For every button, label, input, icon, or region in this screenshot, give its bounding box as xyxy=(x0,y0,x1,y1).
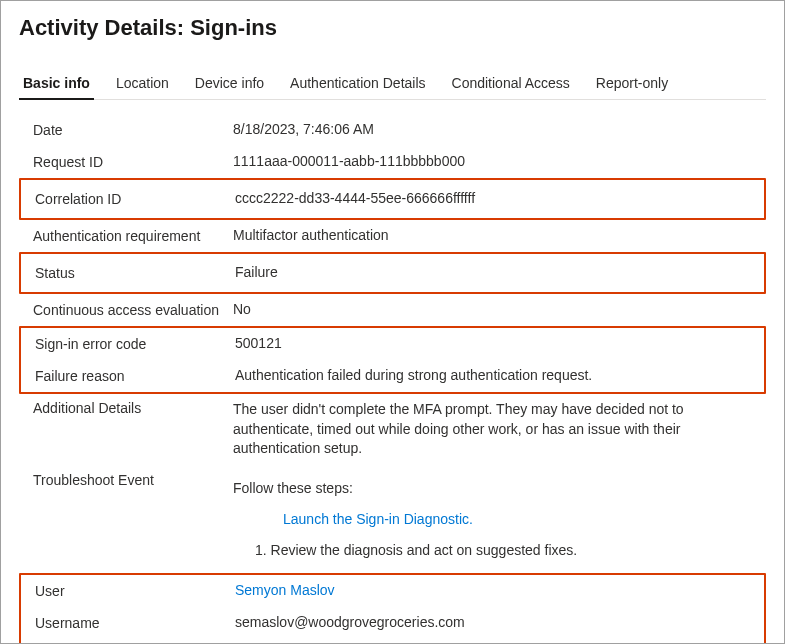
page-title: Activity Details: Sign-ins xyxy=(19,15,766,41)
row-auth-requirement: Authentication requirement Multifactor a… xyxy=(19,220,766,252)
row-continuous-access-evaluation: Continuous access evaluation No xyxy=(19,294,766,326)
label-additional-details: Additional Details xyxy=(33,400,233,416)
tab-bar: Basic info Location Device info Authenti… xyxy=(19,69,766,100)
troubleshoot-step-1: 1. Review the diagnosis and act on sugge… xyxy=(233,540,760,561)
troubleshoot-intro: Follow these steps: xyxy=(233,478,760,499)
value-cae: No xyxy=(233,300,760,320)
details-list: Date 8/18/2023, 7:46:06 AM Request ID 11… xyxy=(19,114,766,644)
label-cae: Continuous access evaluation xyxy=(33,302,233,318)
tab-location[interactable]: Location xyxy=(112,69,173,99)
label-status: Status xyxy=(35,265,235,281)
row-status: Status Failure xyxy=(19,252,766,294)
row-request-id: Request ID 1111aaa-000011-aabb-111bbbbb0… xyxy=(19,146,766,178)
value-request-id: 1111aaa-000011-aabb-111bbbbb000 xyxy=(233,152,760,172)
value-username: semaslov@woodgrovegroceries.com xyxy=(235,613,758,633)
label-failure-reason: Failure reason xyxy=(35,368,235,384)
row-error-and-failure: Sign-in error code 500121 Failure reason… xyxy=(19,326,766,394)
label-error-code: Sign-in error code xyxy=(35,336,235,352)
label-user: User xyxy=(35,583,235,599)
label-auth-requirement: Authentication requirement xyxy=(33,228,233,244)
tab-device-info[interactable]: Device info xyxy=(191,69,268,99)
value-status: Failure xyxy=(235,263,758,283)
value-date: 8/18/2023, 7:46:06 AM xyxy=(233,120,760,140)
label-username: Username xyxy=(35,615,235,631)
troubleshoot-content: Follow these steps: Launch the Sign-in D… xyxy=(233,472,760,567)
tab-basic-info[interactable]: Basic info xyxy=(19,69,94,99)
value-auth-requirement: Multifactor authentication xyxy=(233,226,760,246)
value-failure-reason: Authentication failed during strong auth… xyxy=(235,366,758,386)
tab-conditional-access[interactable]: Conditional Access xyxy=(448,69,574,99)
value-correlation-id: cccc2222-dd33-4444-55ee-666666ffffff xyxy=(235,189,758,209)
row-additional-details: Additional Details The user didn't compl… xyxy=(19,394,766,465)
value-user-link[interactable]: Semyon Maslov xyxy=(235,581,758,601)
tab-report-only[interactable]: Report-only xyxy=(592,69,672,99)
label-request-id: Request ID xyxy=(33,154,233,170)
row-correlation-id: Correlation ID cccc2222-dd33-4444-55ee-6… xyxy=(19,178,766,220)
value-additional-details: The user didn't complete the MFA prompt.… xyxy=(233,400,760,459)
row-date: Date 8/18/2023, 7:46:06 AM xyxy=(19,114,766,146)
label-correlation-id: Correlation ID xyxy=(35,191,235,207)
row-user-block: User Semyon Maslov Username semaslov@woo… xyxy=(19,573,766,644)
row-troubleshoot-event: Troubleshoot Event Follow these steps: L… xyxy=(19,466,766,573)
launch-signin-diagnostic-link[interactable]: Launch the Sign-in Diagnostic. xyxy=(233,509,760,530)
value-error-code: 500121 xyxy=(235,334,758,354)
label-troubleshoot: Troubleshoot Event xyxy=(33,472,233,488)
label-date: Date xyxy=(33,122,233,138)
tab-authentication-details[interactable]: Authentication Details xyxy=(286,69,429,99)
